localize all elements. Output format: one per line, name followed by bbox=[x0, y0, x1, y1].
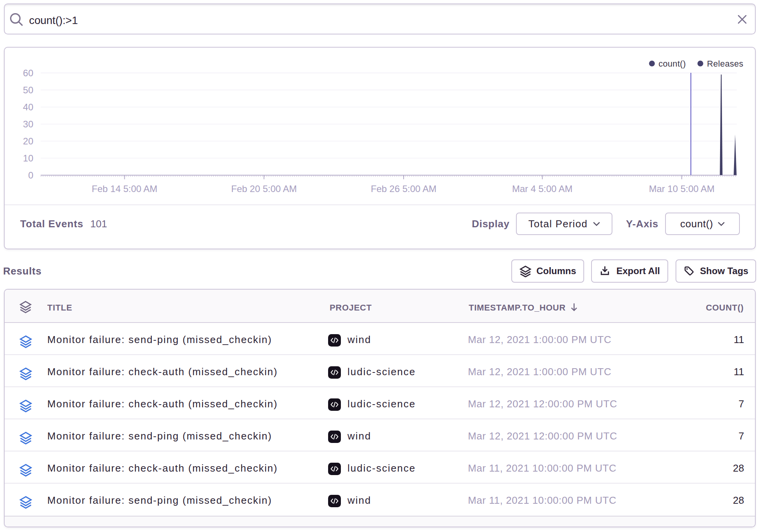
svg-text:Feb 14 5:00 AM: Feb 14 5:00 AM bbox=[92, 184, 157, 194]
svg-text:Feb 20 5:00 AM: Feb 20 5:00 AM bbox=[231, 184, 297, 194]
svg-text:30: 30 bbox=[23, 119, 33, 129]
svg-text:50: 50 bbox=[23, 85, 33, 95]
svg-text:20: 20 bbox=[23, 136, 33, 146]
svg-text:0: 0 bbox=[28, 170, 33, 180]
svg-text:Releases: Releases bbox=[707, 59, 743, 69]
svg-text:40: 40 bbox=[23, 102, 33, 112]
svg-text:10: 10 bbox=[23, 153, 33, 163]
svg-text:count(): count() bbox=[659, 59, 686, 69]
svg-text:Feb 26 5:00 AM: Feb 26 5:00 AM bbox=[371, 184, 436, 194]
svg-text:60: 60 bbox=[23, 68, 33, 78]
svg-text:Mar 4 5:00 AM: Mar 4 5:00 AM bbox=[512, 184, 573, 194]
svg-text:Mar 10 5:00 AM: Mar 10 5:00 AM bbox=[649, 184, 714, 194]
